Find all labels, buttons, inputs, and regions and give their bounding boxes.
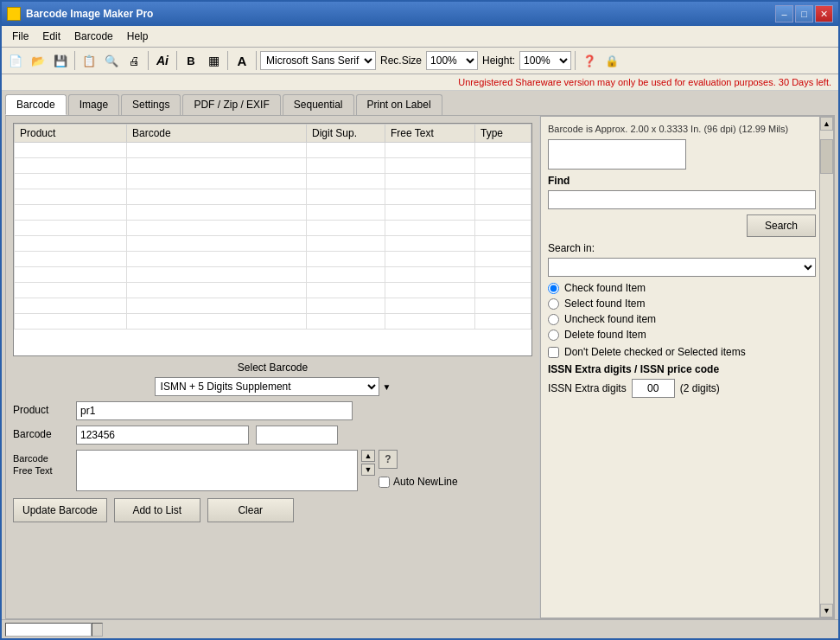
table-row[interactable]	[15, 221, 531, 236]
table-row[interactable]	[15, 283, 531, 298]
radio-select-found: Select found Item	[548, 298, 816, 310]
radio-check-found-label: Check found Item	[564, 282, 646, 294]
table-row[interactable]	[15, 314, 531, 330]
tab-barcode[interactable]: Barcode	[5, 94, 67, 115]
find-input[interactable]	[548, 190, 816, 209]
toolbar-sep-5	[256, 51, 257, 70]
radio-check-found-input[interactable]	[548, 283, 559, 294]
barcode-input[interactable]	[76, 426, 249, 445]
tab-settings[interactable]: Settings	[121, 94, 181, 115]
barcode-type-select[interactable]: ISMN + 5 Digits Supplement	[155, 377, 379, 396]
barcode-row: Barcode	[13, 426, 532, 445]
tab-bar: Barcode Image Settings PDF / Zip / EXIF …	[2, 91, 838, 115]
col-barcode: Barcode	[127, 125, 307, 143]
barcode-info-text: Barcode is Approx. 2.00 x 0.3333 In. (96…	[548, 124, 816, 134]
radio-delete-found-input[interactable]	[548, 330, 559, 341]
free-text-label: BarcodeFree Text	[13, 450, 69, 477]
update-barcode-button[interactable]: Update Barcode	[13, 498, 107, 522]
issn-label: ISSN Extra digits	[548, 382, 627, 394]
search-in-label: Search in:	[548, 242, 816, 254]
scroll-down-button[interactable]: ▼	[820, 604, 833, 618]
help-button[interactable]: ❓	[579, 50, 600, 71]
minimize-button[interactable]: –	[775, 5, 793, 22]
close-button[interactable]: ✕	[815, 5, 833, 22]
radio-group: Check found Item Select found Item Unche…	[548, 282, 816, 341]
toolbar-sep-6	[575, 51, 576, 70]
tab-sequential[interactable]: Sequential	[283, 94, 354, 115]
left-panel: Product Barcode Digit Sup. Free Text Typ…	[6, 116, 540, 618]
scroll-down-btn[interactable]: ▼	[361, 464, 375, 476]
menu-barcode[interactable]: Barcode	[67, 28, 120, 45]
notice-text: Unregistered Shareware version may only …	[458, 77, 831, 87]
height-select[interactable]: 100%	[519, 51, 571, 70]
dropdown-icon: ▼	[383, 382, 391, 392]
barcode-button[interactable]: ▦	[203, 50, 224, 71]
save-button[interactable]: 💾	[50, 50, 71, 71]
print-button[interactable]: 🖨	[124, 50, 144, 71]
free-text-row: BarcodeFree Text ▲ ▼ ? Auto NewLine	[13, 450, 532, 491]
radio-delete-found-label: Delete found Item	[564, 329, 646, 341]
col-free-text: Free Text	[385, 125, 475, 143]
toolbar-sep-4	[227, 51, 228, 70]
title-bar: Barcode Image Maker Pro – □ ✕	[2, 2, 838, 26]
rec-size-select[interactable]: 100%	[426, 51, 478, 70]
text-bold-btn[interactable]: A	[232, 50, 252, 71]
scroll-track[interactable]	[820, 131, 833, 604]
print-preview-button[interactable]: 🔍	[101, 50, 122, 71]
select-barcode-section: Select Barcode ISMN + 5 Digits Supplemen…	[13, 362, 532, 396]
dont-delete-label: Don't Delete checked or Selected items	[564, 346, 746, 358]
right-panel: Barcode is Approx. 2.00 x 0.3333 In. (96…	[540, 116, 834, 618]
search-in-select[interactable]	[548, 258, 816, 277]
issn-input[interactable]	[632, 379, 675, 398]
scroll-up-button[interactable]: ▲	[820, 117, 833, 131]
ai-button[interactable]: Ai	[152, 50, 173, 71]
free-text-help-button[interactable]: ?	[379, 450, 398, 469]
tab-print-on-label[interactable]: Print on Label	[356, 94, 442, 115]
table-row[interactable]	[15, 158, 531, 174]
table-row[interactable]	[15, 143, 531, 158]
search-button[interactable]: Search	[747, 214, 816, 237]
barcode-extra-input[interactable]	[256, 426, 338, 445]
maximize-button[interactable]: □	[795, 5, 813, 22]
lock-button[interactable]: 🔒	[601, 50, 622, 71]
tab-pdf-zip-exif[interactable]: PDF / Zip / EXIF	[182, 94, 280, 115]
toolbar-sep-2	[148, 51, 149, 70]
clear-button[interactable]: Clear	[207, 498, 294, 522]
scroll-thumb[interactable]	[820, 139, 833, 174]
menu-help[interactable]: Help	[120, 28, 156, 45]
radio-select-found-label: Select found Item	[564, 298, 645, 310]
bold-button[interactable]: B	[181, 50, 201, 71]
radio-uncheck-found-label: Uncheck found item	[564, 313, 656, 325]
table-row[interactable]	[15, 189, 531, 205]
table-row[interactable]	[15, 236, 531, 252]
new-button[interactable]: 📄	[5, 50, 26, 71]
tab-image[interactable]: Image	[68, 94, 119, 115]
radio-select-found-input[interactable]	[548, 298, 559, 310]
table-row[interactable]	[15, 267, 531, 283]
action-buttons: Update Barcode Add to List Clear	[13, 498, 532, 522]
barcode-preview	[548, 139, 686, 170]
table-row[interactable]	[15, 174, 531, 189]
auto-newline-label: Auto NewLine	[393, 476, 458, 488]
add-to-list-button[interactable]: Add to List	[114, 498, 200, 522]
free-text-input[interactable]	[76, 450, 358, 491]
product-input[interactable]	[76, 401, 353, 420]
table-row[interactable]	[15, 252, 531, 267]
issn-digits-note: (2 digits)	[680, 382, 720, 394]
radio-uncheck-found-input[interactable]	[548, 314, 559, 325]
auto-newline-checkbox[interactable]	[379, 477, 390, 488]
menu-file[interactable]: File	[5, 28, 35, 45]
scroll-up-btn[interactable]: ▲	[361, 450, 375, 462]
data-table: Product Barcode Digit Sup. Free Text Typ…	[14, 124, 531, 330]
free-text-area: ▲ ▼ ? Auto NewLine	[76, 450, 458, 491]
copy-button[interactable]: 📋	[79, 50, 99, 71]
barcode-table[interactable]: Product Barcode Digit Sup. Free Text Typ…	[13, 123, 532, 356]
open-button[interactable]: 📂	[28, 50, 48, 71]
font-family-select[interactable]: Microsoft Sans Serif	[260, 51, 376, 70]
table-row[interactable]	[15, 298, 531, 314]
col-digit-sup: Digit Sup.	[307, 125, 385, 143]
right-scrollbar: ▲ ▼	[819, 117, 833, 618]
menu-edit[interactable]: Edit	[35, 28, 67, 45]
dont-delete-checkbox[interactable]	[548, 347, 559, 358]
table-row[interactable]	[15, 205, 531, 221]
